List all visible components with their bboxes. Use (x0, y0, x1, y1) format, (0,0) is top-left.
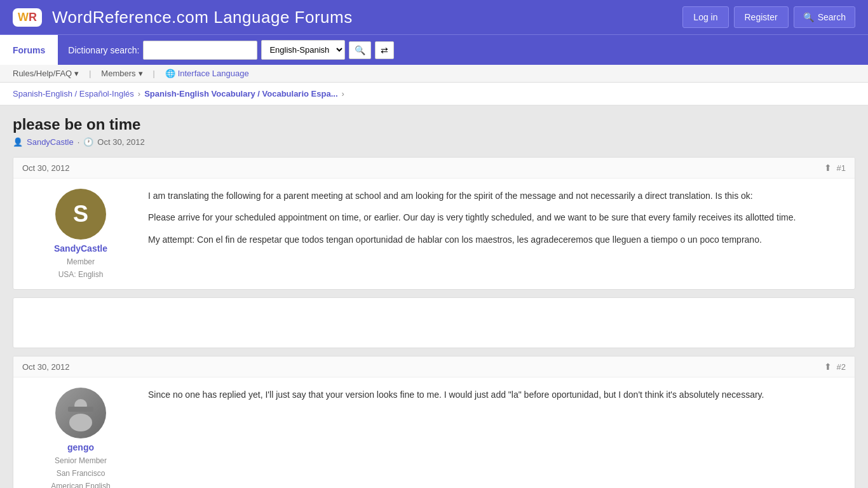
avatar-2-svg (62, 394, 100, 432)
navbar: Forums Dictionary search: English-Spanis… (0, 34, 868, 65)
site-title: WordReference.com Language Forums (52, 8, 353, 27)
post-paragraph-2-1: Since no one has replied yet, I'll just … (148, 388, 844, 402)
dict-search-icon-button[interactable]: 🔍 (349, 41, 371, 59)
dict-search-label: Dictionary search: (68, 45, 139, 55)
members-label: Members (101, 69, 135, 78)
avatar-area-2: gengo Senior Member San Francisco Americ… (24, 388, 138, 488)
post-share-button-1[interactable]: ⬆ (824, 163, 832, 173)
site-logo[interactable]: WR (13, 8, 42, 27)
post-num-1: #1 (837, 163, 846, 173)
dict-search-area: Dictionary search: English-Spanish Engli… (58, 35, 868, 65)
rules-label: Rules/Help/FAQ (13, 69, 72, 78)
post-paragraph-1-3: My attempt: Con el fin de respetar que t… (148, 233, 844, 247)
subnav: Rules/Help/FAQ ▾ | Members ▾ | 🌐 Interfa… (0, 65, 868, 83)
interface-lang-label: Interface Language (178, 69, 249, 78)
thread-meta-separator: · (78, 137, 80, 147)
logo-w: W (18, 11, 29, 24)
logo-r: R (29, 11, 37, 24)
post-header-2: Oct 30, 2012 ⬆ #2 (13, 356, 855, 377)
avatar-1: S (55, 189, 106, 240)
forums-tab[interactable]: Forums (0, 35, 58, 65)
post-author-link-2[interactable]: gengo (67, 442, 94, 452)
post-location-2: San Francisco (57, 469, 105, 478)
login-button[interactable]: Log in (682, 6, 728, 28)
search-button[interactable]: 🔍 Search (794, 6, 855, 28)
post-paragraph-1-1: I am translating the following for a par… (148, 189, 844, 203)
dict-switch-button[interactable]: ⇄ (375, 41, 394, 59)
breadcrumb-sep-1: › (138, 89, 140, 98)
thread-date: Oct 30, 2012 (97, 137, 144, 147)
post-actions-2: ⬆ #2 (824, 362, 846, 372)
rules-help-faq-link[interactable]: Rules/Help/FAQ ▾ (13, 69, 79, 78)
svg-point-1 (69, 414, 92, 431)
breadcrumb-link-1[interactable]: Spanish-English / Español-Inglés (13, 89, 134, 98)
post-actions-1: ⬆ #1 (824, 163, 846, 173)
post-share-button-2[interactable]: ⬆ (824, 362, 832, 372)
dict-language-select[interactable]: English-Spanish English-French English-I… (261, 40, 345, 60)
avatar-letter-1: S (73, 201, 88, 227)
post-paragraph-1-2: Please arrive for your scheduled appoint… (148, 210, 844, 224)
post-body-1: S SandyCastle Member USA: English I am t… (13, 179, 855, 289)
subnav-separator-2: | (153, 69, 155, 78)
thread-author-link[interactable]: SandyCastle (27, 137, 74, 147)
post-content-1: I am translating the following for a par… (148, 189, 844, 279)
breadcrumb: Spanish-English / Español-Inglés › Spani… (0, 83, 868, 105)
thread-meta: 👤 SandyCastle · 🕐 Oct 30, 2012 (13, 137, 855, 147)
post-content-2: Since no one has replied yet, I'll just … (148, 388, 844, 488)
dict-search-input[interactable] (143, 41, 257, 60)
post-lang-2: American English (51, 482, 110, 488)
post-location-1: USA: English (58, 270, 104, 279)
post-num-2: #2 (837, 362, 846, 372)
post-card-1: Oct 30, 2012 ⬆ #1 S SandyCastle Member U… (13, 157, 855, 290)
chevron-down-icon-2: ▾ (139, 69, 143, 78)
post-author-link-1[interactable]: SandyCastle (54, 243, 107, 254)
avatar-2 (55, 388, 106, 438)
register-button[interactable]: Register (734, 6, 789, 28)
header: WR WordReference.com Language Forums Log… (0, 0, 868, 34)
post-date-2: Oct 30, 2012 (22, 362, 69, 372)
interface-language-link[interactable]: 🌐 Interface Language (165, 69, 249, 78)
svg-rect-2 (68, 407, 93, 412)
search-label: Search (818, 12, 846, 22)
search-icon: 🔍 (803, 12, 814, 22)
globe-icon: 🌐 (165, 69, 175, 78)
chevron-down-icon: ▾ (74, 69, 79, 78)
avatar-2-inner (55, 388, 106, 438)
logo-area: WR WordReference.com Language Forums (13, 8, 353, 27)
post-role-2: Senior Member (55, 456, 107, 465)
thread-title: please be on time (13, 116, 855, 133)
breadcrumb-link-2[interactable]: Spanish-English Vocabulary / Vocabulario… (144, 89, 337, 98)
subnav-separator-1: | (89, 69, 91, 78)
breadcrumb-sep-2: › (342, 89, 344, 98)
post-role-1: Member (67, 257, 95, 266)
empty-post-area (13, 297, 855, 348)
post-card-2: Oct 30, 2012 ⬆ #2 gen (13, 356, 855, 488)
header-right: Log in Register 🔍 Search (682, 6, 855, 28)
members-link[interactable]: Members ▾ (101, 69, 142, 78)
avatar-area-1: S SandyCastle Member USA: English (24, 189, 138, 279)
main-content: please be on time 👤 SandyCastle · 🕐 Oct … (0, 105, 868, 488)
user-icon: 👤 (13, 137, 23, 147)
post-body-2: gengo Senior Member San Francisco Americ… (13, 377, 855, 488)
post-date-1: Oct 30, 2012 (22, 163, 69, 173)
post-header-1: Oct 30, 2012 ⬆ #1 (13, 158, 855, 179)
clock-icon: 🕐 (83, 137, 93, 147)
